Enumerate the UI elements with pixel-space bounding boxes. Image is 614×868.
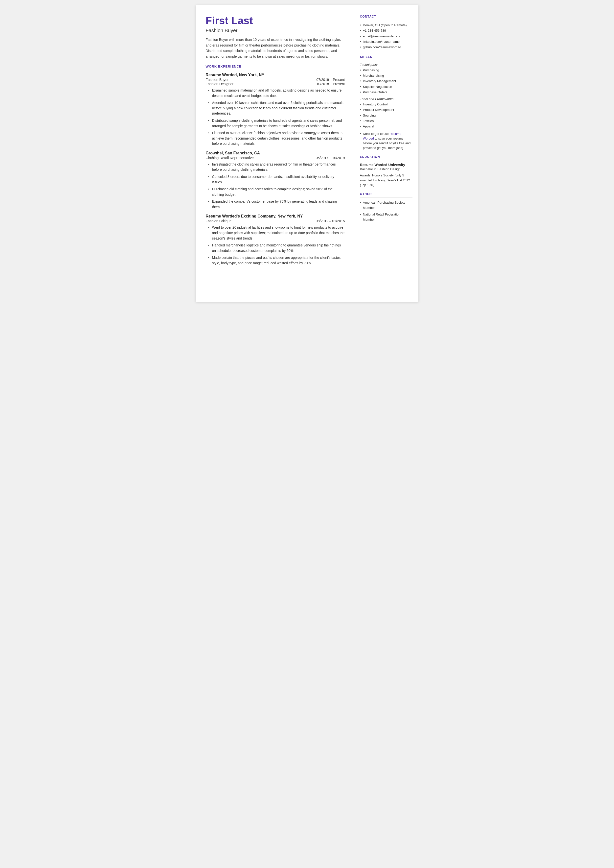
contact-linkedin: linkedin.com/in/username — [360, 39, 412, 45]
contact-github: github.com/resumeworded — [360, 45, 412, 50]
job-1-bullets: Examined sample material on and off mode… — [208, 88, 345, 146]
other-header: OTHER — [360, 192, 412, 197]
skill-item: Sourcing — [360, 113, 412, 118]
resume-worded-link[interactable]: Resume Worded — [363, 132, 402, 140]
bullet: Examined sample material on and off mode… — [208, 88, 345, 98]
resume-page: First Last Fashion Buyer Fashion Buyer w… — [196, 5, 419, 302]
bullet: Attended over 10 fashion exhibitions and… — [208, 100, 345, 116]
job-1-title-2: Fashion Designer — [206, 82, 234, 86]
skills-section: SKILLS Techniques: Purchasing Merchandis… — [360, 55, 412, 151]
contact-header: CONTACT — [360, 15, 412, 20]
skill-item: Purchase Orders — [360, 90, 412, 95]
bullet: Canceled 3 orders due to consumer demand… — [208, 174, 345, 185]
job-1-role-2: Fashion Designer 10/2018 – Present — [206, 82, 345, 86]
job-2-company: Growthsi, San Francisco, CA — [206, 151, 345, 155]
other-section: OTHER American Purchasing Society Member… — [360, 192, 412, 222]
contact-section: CONTACT Denver, OH (Open to Remote) +1-2… — [360, 15, 412, 50]
skill-item: Purchasing — [360, 68, 412, 73]
techniques-list: Purchasing Merchandising Inventory Manag… — [360, 68, 412, 95]
contact-list: Denver, OH (Open to Remote) +1-234-456-7… — [360, 23, 412, 50]
job-1-dates-2: 10/2018 – Present — [316, 82, 345, 86]
job-2-dates-1: 05/2017 – 10/2019 — [316, 156, 345, 160]
skill-item: Apparel — [360, 124, 412, 129]
job-3-company: Resume Worded's Exciting Company, New Yo… — [206, 214, 345, 219]
job-1-role-1: Fashion Buyer 07/2019 – Present — [206, 78, 345, 82]
job-3-title-1: Fashion Critique — [206, 219, 232, 223]
job-3-bullets: Went to over 20 industrial facilities an… — [208, 225, 345, 266]
job-3-dates-1: 08/2012 – 01/2015 — [316, 219, 345, 223]
skill-item: Merchandising — [360, 73, 412, 78]
skill-item: Inventory Management — [360, 78, 412, 84]
bullet: Made certain that the pieces and outfits… — [208, 255, 345, 266]
bullet: Purchased old clothing and accessories t… — [208, 186, 345, 197]
skills-note: Don't forget to use Resume Worded to sca… — [360, 131, 412, 151]
job-2-role-1: Clothing Retail Representative 05/2017 –… — [206, 156, 345, 160]
skill-item: Product Development — [360, 107, 412, 113]
candidate-name: First Last — [206, 15, 345, 27]
bullet: Went to over 20 industrial facilities an… — [208, 225, 345, 241]
tools-list: Inventory Control Product Development So… — [360, 102, 412, 129]
edu-awards: Awards: Honors Society (only 5 awarded t… — [360, 173, 412, 187]
contact-email: email@resumeworded.com — [360, 34, 412, 39]
left-column: First Last Fashion Buyer Fashion Buyer w… — [196, 5, 354, 302]
job-2-title-1: Clothing Retail Representative — [206, 156, 254, 160]
candidate-title: Fashion Buyer — [206, 28, 345, 33]
work-experience-header: WORK EXPERIENCE — [206, 65, 345, 68]
bullet: Distributed sample clothing materials to… — [208, 118, 345, 129]
edu-degree: Bachelor in Fashion Design — [360, 167, 412, 171]
bullet: Expanded the company's customer base by … — [208, 199, 345, 210]
job-1: Resume Worded, New York, NY Fashion Buye… — [206, 73, 345, 146]
bullet: Handled merchandise logistics and monito… — [208, 243, 345, 253]
bullet: Listened to over 30 clients' fashion obj… — [208, 130, 345, 146]
contact-phone: +1-234-456-789 — [360, 28, 412, 33]
job-2-bullets: Investigated the clothing styles and era… — [208, 162, 345, 210]
contact-location: Denver, OH (Open to Remote) — [360, 23, 412, 28]
job-2: Growthsi, San Francisco, CA Clothing Ret… — [206, 151, 345, 210]
job-3-role-1: Fashion Critique 08/2012 – 01/2015 — [206, 219, 345, 223]
skills-header: SKILLS — [360, 55, 412, 61]
summary-text: Fashion Buyer with more than 10 years of… — [206, 37, 345, 59]
job-1-company: Resume Worded, New York, NY — [206, 73, 345, 77]
edu-school: Resume Worded University — [360, 163, 412, 167]
other-item: American Purchasing Society Member — [360, 200, 412, 210]
job-3: Resume Worded's Exciting Company, New Yo… — [206, 214, 345, 266]
education-header: EDUCATION — [360, 155, 412, 160]
skill-item: Inventory Control — [360, 102, 412, 107]
job-1-title-1: Fashion Buyer — [206, 78, 229, 82]
bullet: Investigated the clothing styles and era… — [208, 162, 345, 172]
other-item: National Retail Federation Member — [360, 212, 412, 222]
job-1-dates-1: 07/2019 – Present — [316, 78, 345, 82]
right-column: CONTACT Denver, OH (Open to Remote) +1-2… — [354, 5, 419, 302]
other-list: American Purchasing Society Member Natio… — [360, 200, 412, 222]
education-section: EDUCATION Resume Worded University Bache… — [360, 155, 412, 187]
skill-item: Textiles — [360, 118, 412, 124]
skill-item: Supplier Negotiation — [360, 84, 412, 90]
tools-label: Tools and Frameworks: — [360, 97, 412, 101]
techniques-label: Techniques: — [360, 63, 412, 67]
